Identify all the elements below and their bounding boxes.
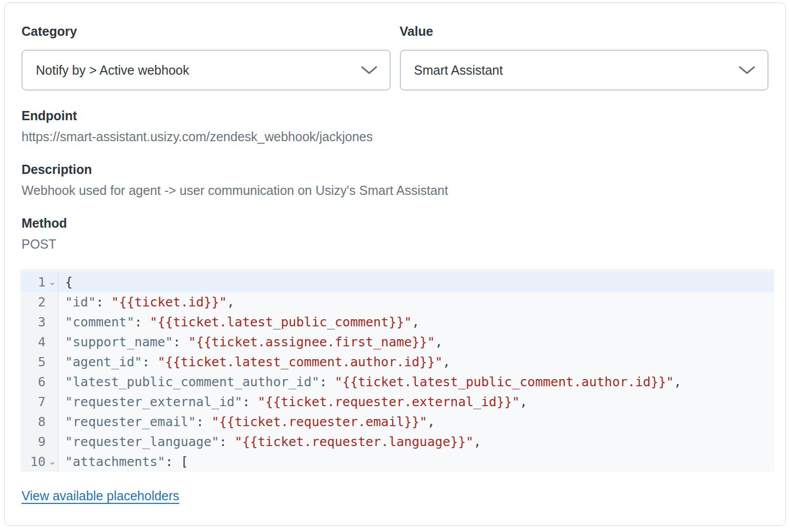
category-select[interactable]: Notify by > Active webhook — [22, 50, 391, 91]
line-number: 3 — [20, 312, 47, 332]
value-field: Value Smart Assistant — [400, 24, 769, 91]
code-line[interactable]: 7"requester_external_id": "{{ticket.requ… — [20, 392, 774, 412]
value-select-value: Smart Assistant — [414, 63, 503, 78]
description-value: Webhook used for agent -> user communica… — [22, 183, 768, 198]
line-number: 2 — [20, 292, 47, 312]
code-line-text[interactable]: "id": "{{ticket.id}}", — [58, 292, 774, 312]
line-number: 10 — [20, 452, 47, 472]
code-line-text[interactable]: "requester_language": "{{ticket.requeste… — [58, 432, 774, 452]
code-line[interactable]: 9"requester_language": "{{ticket.request… — [20, 432, 774, 452]
value-select[interactable]: Smart Assistant — [400, 50, 769, 91]
line-gutter: 3 — [20, 312, 58, 332]
endpoint-value: https://smart-assistant.usizy.com/zendes… — [22, 129, 768, 144]
code-line[interactable]: 1⌄{ — [20, 272, 774, 292]
method-label: Method — [22, 215, 768, 231]
code-line[interactable]: 8"requester_email": "{{ticket.requester.… — [20, 412, 774, 432]
chevron-down-icon — [739, 66, 755, 75]
code-line-text[interactable]: "comment": "{{ticket.latest_public_comme… — [58, 312, 774, 332]
category-select-value: Notify by > Active webhook — [36, 63, 189, 78]
line-gutter: 7 — [20, 392, 58, 412]
code-editor[interactable]: 1⌄{2"id": "{{ticket.id}}",3"comment": "{… — [20, 269, 774, 472]
line-number: 6 — [20, 372, 47, 392]
fold-icon[interactable]: ⌄ — [47, 452, 58, 472]
code-line-text[interactable]: { — [58, 272, 774, 292]
line-gutter: 5 — [20, 352, 58, 372]
code-line[interactable]: 5"agent_id": "{{ticket.latest_comment.au… — [20, 352, 774, 372]
line-gutter: 10⌄ — [20, 452, 58, 472]
line-gutter: 4 — [20, 332, 58, 352]
line-gutter: 2 — [20, 292, 58, 312]
code-line[interactable]: 6"latest_public_comment_author_id": "{{t… — [20, 372, 774, 392]
line-number: 5 — [20, 352, 47, 372]
category-label: Category — [22, 24, 391, 39]
code-line-text[interactable]: "agent_id": "{{ticket.latest_comment.aut… — [58, 352, 774, 372]
code-line[interactable]: 4"support_name": "{{ticket.assignee.firs… — [20, 332, 774, 352]
line-number: 1 — [20, 272, 47, 292]
code-line[interactable]: 2"id": "{{ticket.id}}", — [20, 292, 774, 312]
line-number: 8 — [20, 412, 47, 432]
value-label: Value — [400, 24, 769, 39]
webhook-details-card: Category Notify by > Active webhook Valu… — [4, 3, 786, 526]
code-line-text[interactable]: "requester_email": "{{ticket.requester.e… — [58, 412, 774, 432]
code-line-text[interactable]: "attachments": [ — [58, 452, 774, 472]
line-number: 4 — [20, 332, 47, 352]
code-line[interactable]: 10⌄"attachments": [ — [20, 452, 774, 472]
line-number: 9 — [20, 432, 47, 452]
method-value: POST — [22, 236, 768, 252]
endpoint-label: Endpoint — [22, 108, 768, 123]
view-placeholders-link[interactable]: View available placeholders — [22, 489, 179, 503]
chevron-down-icon — [361, 66, 377, 75]
line-gutter: 1⌄ — [20, 272, 58, 292]
code-line-text[interactable]: "latest_public_comment_author_id": "{{ti… — [58, 372, 774, 392]
code-line[interactable]: 3"comment": "{{ticket.latest_public_comm… — [20, 312, 774, 332]
fields-row: Category Notify by > Active webhook Valu… — [22, 24, 768, 91]
line-gutter: 6 — [20, 372, 58, 392]
line-gutter: 8 — [20, 412, 58, 432]
description-label: Description — [22, 162, 768, 177]
code-line-text[interactable]: "support_name": "{{ticket.assignee.first… — [58, 332, 774, 352]
category-field: Category Notify by > Active webhook — [22, 24, 391, 91]
line-gutter: 9 — [20, 432, 58, 452]
code-line-text[interactable]: "requester_external_id": "{{ticket.reque… — [58, 392, 774, 412]
fold-icon[interactable]: ⌄ — [47, 272, 58, 292]
line-number: 7 — [20, 392, 47, 412]
